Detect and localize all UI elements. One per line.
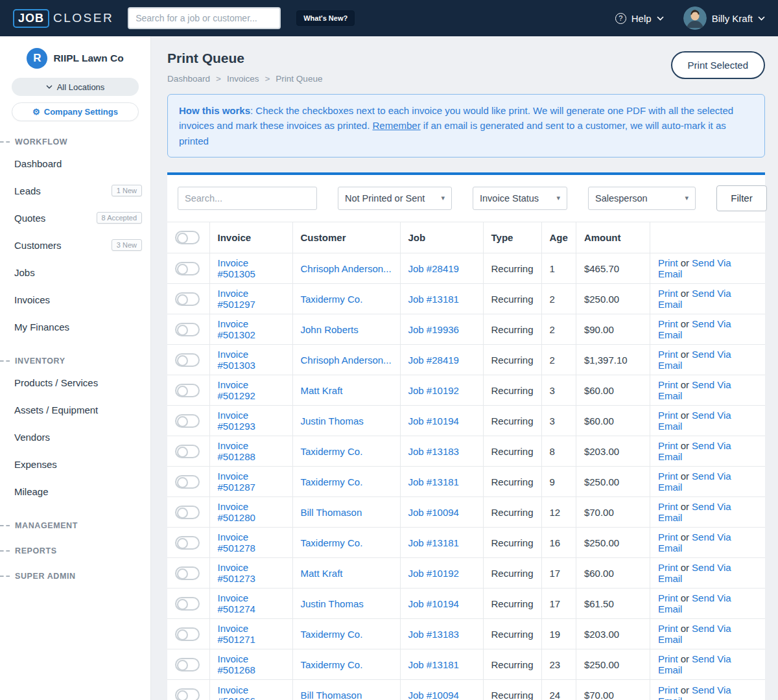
invoice-link[interactable]: Invoice #501274 [218,592,255,614]
jobcloser-logo[interactable]: JOB CLOSER [13,9,113,28]
sidebar-item-expenses[interactable]: Expenses [0,450,150,478]
row-toggle[interactable] [175,566,200,580]
sidebar-item-dashboard[interactable]: Dashboard [0,150,150,177]
row-toggle[interactable] [175,384,200,397]
print-link[interactable]: Print [658,379,678,390]
customer-link[interactable]: Justin Thomas [301,415,364,426]
job-link[interactable]: Job #10094 [408,507,459,518]
job-link[interactable]: Job #19936 [408,324,459,335]
select-all-toggle[interactable] [175,231,200,244]
sidebar-item-products-services[interactable]: Products / Services [0,369,150,396]
print-link[interactable]: Print [658,318,678,329]
customer-link[interactable]: Justin Thomas [301,598,364,609]
invoice-link[interactable]: Invoice #501288 [218,440,255,462]
customer-link[interactable]: John Roberts [301,324,359,335]
invoice-link[interactable]: Invoice #501292 [218,379,255,401]
row-toggle[interactable] [175,353,200,367]
row-toggle[interactable] [175,323,200,336]
row-toggle[interactable] [175,506,200,519]
all-locations-dropdown[interactable]: All Locations [12,78,139,96]
invoice-link[interactable]: Invoice #501280 [218,501,255,523]
job-link[interactable]: Job #28419 [408,355,459,366]
row-toggle[interactable] [175,597,200,611]
customer-link[interactable]: Chrisoph Anderson... [301,355,392,366]
filter-button[interactable]: Filter [716,185,767,211]
customer-link[interactable]: Taxidermy Co. [301,629,363,640]
sidebar-item-customers[interactable]: Customers 3 New [0,231,150,259]
invoice-link[interactable]: Invoice #501302 [218,318,255,340]
customer-link[interactable]: Taxidermy Co. [301,476,363,487]
print-link[interactable]: Print [658,501,678,512]
job-link[interactable]: Job #13183 [408,446,459,457]
print-link[interactable]: Print [658,684,678,695]
print-link[interactable]: Print [658,623,678,634]
job-link[interactable]: Job #13183 [408,629,459,640]
customer-link[interactable]: Bill Thomason [301,507,362,518]
invoice-link[interactable]: Invoice #501303 [218,349,255,371]
row-toggle[interactable] [175,262,200,275]
invoice-link[interactable]: Invoice #501297 [218,288,255,310]
row-toggle[interactable] [175,475,200,489]
global-search-input[interactable] [128,7,281,29]
invoice-link[interactable]: Invoice #501278 [218,531,255,554]
invoice-link[interactable]: Invoice #501287 [218,471,255,493]
row-toggle[interactable] [175,292,200,306]
row-toggle[interactable] [175,688,200,700]
print-link[interactable]: Print [658,288,678,299]
sidebar-item-mileage[interactable]: Mileage [0,478,150,505]
user-menu[interactable]: Billy Kraft [683,6,765,30]
print-link[interactable]: Print [658,471,678,482]
sidebar-item-my-finances[interactable]: My Finances [0,313,150,340]
customer-link[interactable]: Taxidermy Co. [301,659,363,670]
job-link[interactable]: Job #10192 [408,568,459,579]
invoice-link[interactable]: Invoice #501305 [218,257,255,279]
print-link[interactable]: Print [658,257,678,268]
company-header[interactable]: R RIIPL Lawn Co [0,48,150,69]
breadcrumb-item-dashboard[interactable]: Dashboard [167,74,210,84]
job-link[interactable]: Job #10094 [408,690,459,700]
invoice-link[interactable]: Invoice #501271 [218,623,255,645]
print-link[interactable]: Print [658,440,678,451]
job-link[interactable]: Job #10192 [408,385,459,396]
customer-link[interactable]: Matt Kraft [301,568,343,579]
company-settings-button[interactable]: ⚙ Company Settings [12,102,139,121]
customer-link[interactable]: Taxidermy Co. [301,294,363,305]
invoice-status-dropdown[interactable]: Invoice Status ▾ [473,187,567,210]
sidebar-item-vendors[interactable]: Vendors [0,423,150,450]
sidebar-item-quotes[interactable]: Quotes 8 Accepted [0,204,150,231]
print-link[interactable]: Print [658,653,678,664]
print-link[interactable]: Print [658,562,678,573]
job-link[interactable]: Job #10194 [408,415,459,426]
row-toggle[interactable] [175,658,200,671]
row-toggle[interactable] [175,536,200,550]
customer-link[interactable]: Bill Thomason [301,690,362,700]
print-selected-button[interactable]: Print Selected [671,51,765,79]
whats-new-button[interactable]: What's New? [296,10,355,26]
job-link[interactable]: Job #28419 [408,263,459,274]
sidebar-item-invoices[interactable]: Invoices [0,286,150,313]
row-toggle[interactable] [175,414,200,428]
row-toggle[interactable] [175,445,200,458]
print-link[interactable]: Print [658,531,678,542]
invoice-link[interactable]: Invoice #501266 [218,684,255,700]
sidebar-item-assets-equipment[interactable]: Assets / Equipment [0,396,150,423]
job-link[interactable]: Job #13181 [408,659,459,670]
customer-link[interactable]: Taxidermy Co. [301,537,363,548]
salesperson-dropdown[interactable]: Salesperson ▾ [588,187,696,210]
job-link[interactable]: Job #10194 [408,598,459,609]
table-search-input[interactable] [178,187,317,210]
printed-filter-dropdown[interactable]: Not Printed or Sent ▾ [338,187,452,210]
job-link[interactable]: Job #13181 [408,476,459,487]
customer-link[interactable]: Chrisoph Anderson... [301,263,392,274]
help-menu[interactable]: ? Help [615,13,664,24]
invoice-link[interactable]: Invoice #501268 [218,653,255,675]
job-link[interactable]: Job #13181 [408,537,459,548]
customer-link[interactable]: Matt Kraft [301,385,343,396]
job-link[interactable]: Job #13181 [408,294,459,305]
invoice-link[interactable]: Invoice #501293 [218,410,255,432]
sidebar-item-leads[interactable]: Leads 1 New [0,177,150,204]
print-link[interactable]: Print [658,592,678,603]
customer-link[interactable]: Taxidermy Co. [301,446,363,457]
row-toggle[interactable] [175,627,200,641]
breadcrumb-item-invoices[interactable]: Invoices [227,74,259,84]
